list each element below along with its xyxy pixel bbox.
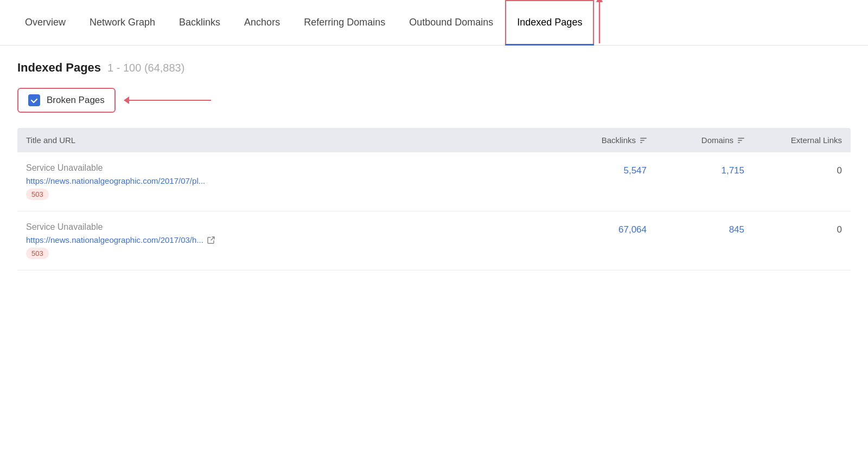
table-row: Service Unavailable https://news.nationa… xyxy=(17,152,851,211)
broken-pages-label: Broken Pages xyxy=(47,95,105,106)
th-backlinks[interactable]: Backlinks xyxy=(549,136,647,145)
row-1-url[interactable]: https://news.nationalgeographic.com/2017… xyxy=(26,176,549,185)
svg-marker-1 xyxy=(596,0,603,2)
row-2-backlinks: 67,064 xyxy=(549,222,647,235)
nav-item-referring-domains[interactable]: Referring Domains xyxy=(292,0,397,46)
row-1-backlinks: 5,547 xyxy=(549,163,647,176)
page-range: 1 - 100 (64,883) xyxy=(107,62,184,74)
row-1-domains: 1,715 xyxy=(647,163,744,176)
nav-item-overview[interactable]: Overview xyxy=(13,0,78,46)
row-2-domains: 845 xyxy=(647,222,744,235)
filter-row: Broken Pages xyxy=(17,88,851,113)
indexed-pages-table: Title and URL Backlinks Domains External… xyxy=(17,128,851,270)
nav-item-network-graph[interactable]: Network Graph xyxy=(78,0,167,46)
broken-arrow-annotation xyxy=(124,100,211,101)
nav-item-outbound-domains[interactable]: Outbound Domains xyxy=(397,0,505,46)
th-external-links: External Links xyxy=(744,136,842,145)
row-2-title-cell: Service Unavailable https://news.nationa… xyxy=(26,222,549,259)
row-2-external-links: 0 xyxy=(744,222,842,235)
nav-bar: Overview Network Graph Backlinks Anchors… xyxy=(0,0,868,46)
external-link-icon-2 xyxy=(207,236,215,244)
th-domains[interactable]: Domains xyxy=(647,136,744,145)
table-row: Service Unavailable https://news.nationa… xyxy=(17,211,851,270)
row-2-status-badge: 503 xyxy=(26,248,49,259)
th-title-url: Title and URL xyxy=(26,136,549,145)
nav-item-anchors[interactable]: Anchors xyxy=(232,0,292,46)
broken-arrow-line xyxy=(124,100,211,101)
row-1-page-title: Service Unavailable xyxy=(26,163,549,173)
checkmark-icon xyxy=(30,96,38,104)
page-title: Indexed Pages xyxy=(17,61,101,75)
row-1-external-links: 0 xyxy=(744,163,842,176)
broken-pages-checkbox[interactable] xyxy=(28,94,40,106)
row-2-url[interactable]: https://news.nationalgeographic.com/2017… xyxy=(26,235,549,244)
nav-item-backlinks[interactable]: Backlinks xyxy=(167,0,232,46)
table-header: Title and URL Backlinks Domains External… xyxy=(17,128,851,152)
page-heading: Indexed Pages 1 - 100 (64,883) xyxy=(17,61,851,75)
nav-item-indexed-pages[interactable]: Indexed Pages xyxy=(505,0,594,46)
main-content: Indexed Pages 1 - 100 (64,883) Broken Pa… xyxy=(0,46,868,451)
row-2-page-title: Service Unavailable xyxy=(26,222,549,232)
backlinks-sort-icon xyxy=(640,138,647,143)
domains-sort-icon xyxy=(738,138,744,143)
row-1-title-cell: Service Unavailable https://news.nationa… xyxy=(26,163,549,200)
row-1-status-badge: 503 xyxy=(26,189,49,200)
broken-pages-filter[interactable]: Broken Pages xyxy=(17,88,116,113)
